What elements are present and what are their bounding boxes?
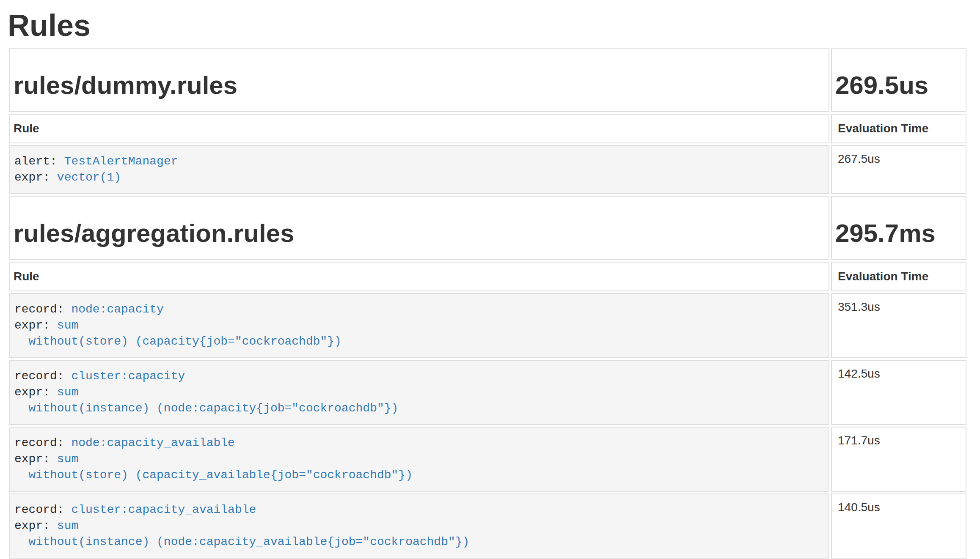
- group-eval-time: 269.5us: [835, 71, 962, 99]
- rule-eval-time: 351.3us: [831, 293, 966, 358]
- rule-column-header: Rule: [9, 262, 829, 291]
- group-file-cell: rules/aggregation.rules: [9, 196, 829, 260]
- rules-page: Rules rules/dummy.rules269.5usRuleEvalua…: [0, 0, 980, 559]
- rule-cell: record: cluster:capacity_available expr:…: [9, 493, 829, 559]
- rules-table-body: rules/dummy.rules269.5usRuleEvaluation T…: [9, 48, 966, 559]
- rule-code-link[interactable]: cluster:capacity_available: [71, 503, 256, 516]
- rule-code-keyword: record:: [14, 436, 64, 449]
- rule-code-link[interactable]: without(store) (capacity{job="cockroachd…: [14, 335, 341, 348]
- group-file-heading: rules/dummy.rules: [14, 71, 825, 99]
- rule-code-link[interactable]: cluster:capacity: [71, 370, 185, 383]
- rule-code-link[interactable]: node:capacity_available: [71, 436, 234, 449]
- rule-code-link[interactable]: without(store) (capacity_available{job="…: [14, 469, 413, 482]
- rule-code-keyword: record:: [14, 503, 64, 516]
- rule-code-link[interactable]: without(instance) (node:capacity{job="co…: [14, 402, 398, 415]
- rule-row: alert: TestAlertManager expr: vector(1)2…: [9, 145, 966, 194]
- rule-row: record: node:capacity_available expr: su…: [9, 427, 966, 492]
- rule-code-keyword: expr:: [14, 386, 50, 399]
- group-eval-cell: 295.7ms: [831, 196, 966, 260]
- rule-cell: record: node:capacity_available expr: su…: [9, 427, 829, 492]
- group-header-row: rules/aggregation.rules295.7ms: [9, 196, 966, 260]
- rule-code-keyword: expr:: [14, 319, 50, 332]
- page-title: Rules: [8, 8, 972, 42]
- rule-code-link[interactable]: sum: [57, 452, 78, 466]
- rule-cell: alert: TestAlertManager expr: vector(1): [9, 145, 829, 194]
- rule-code-link[interactable]: without(instance) (node:capacity_availab…: [14, 535, 469, 548]
- rule-eval-time: 140.5us: [831, 493, 966, 559]
- rule-code-keyword: alert:: [14, 155, 57, 168]
- rule-row: record: node:capacity expr: sum without(…: [9, 293, 966, 358]
- rule-code: record: cluster:capacity expr: sum witho…: [10, 361, 829, 424]
- rule-code-keyword: expr:: [14, 452, 50, 466]
- rules-table: rules/dummy.rules269.5usRuleEvaluation T…: [8, 46, 968, 559]
- columns-header-row: RuleEvaluation Time: [9, 262, 966, 291]
- rule-code-link[interactable]: node:capacity: [71, 303, 163, 316]
- rule-row: record: cluster:capacity expr: sum witho…: [9, 360, 966, 425]
- rule-code-link[interactable]: sum: [57, 319, 78, 332]
- rule-cell: record: node:capacity expr: sum without(…: [9, 293, 829, 358]
- eval-column-header: Evaluation Time: [831, 114, 966, 143]
- rule-eval-time: 171.7us: [831, 427, 966, 492]
- rule-cell: record: cluster:capacity expr: sum witho…: [9, 360, 829, 425]
- rule-code-link[interactable]: sum: [57, 386, 78, 399]
- rule-code: record: node:capacity_available expr: su…: [10, 427, 829, 491]
- rule-eval-time: 142.5us: [831, 360, 966, 425]
- rule-code-link[interactable]: vector(1): [57, 171, 121, 184]
- rule-code-link[interactable]: sum: [57, 519, 78, 532]
- rule-code: alert: TestAlertManager expr: vector(1): [10, 146, 829, 193]
- group-header-row: rules/dummy.rules269.5us: [9, 48, 966, 112]
- rule-column-header: Rule: [9, 114, 829, 143]
- eval-column-header: Evaluation Time: [831, 262, 966, 291]
- rule-code-keyword: expr:: [14, 171, 50, 184]
- rule-code: record: cluster:capacity_available expr:…: [10, 494, 829, 558]
- columns-header-row: RuleEvaluation Time: [9, 114, 966, 143]
- group-eval-time: 295.7ms: [835, 219, 962, 247]
- rule-code: record: node:capacity expr: sum without(…: [10, 294, 829, 357]
- group-eval-cell: 269.5us: [831, 48, 966, 112]
- group-file-cell: rules/dummy.rules: [9, 48, 829, 112]
- rule-eval-time: 267.5us: [831, 145, 966, 194]
- group-file-heading: rules/aggregation.rules: [14, 219, 825, 247]
- rule-code-keyword: record:: [14, 370, 64, 383]
- rule-code-keyword: record:: [14, 303, 64, 316]
- rule-code-link[interactable]: TestAlertManager: [64, 155, 178, 168]
- rule-row: record: cluster:capacity_available expr:…: [9, 493, 966, 559]
- rule-code-keyword: expr:: [14, 519, 50, 532]
